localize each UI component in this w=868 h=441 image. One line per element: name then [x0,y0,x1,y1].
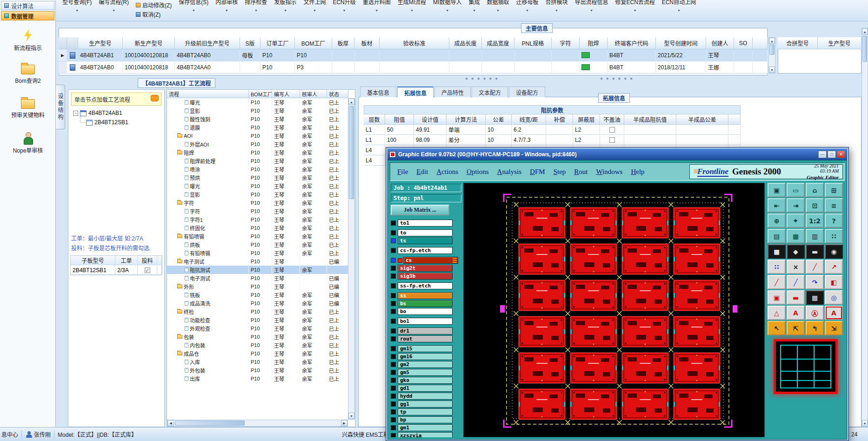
zoom-box-icon[interactable]: ⊡ [806,198,824,213]
flow-row[interactable]: 入库P10王琴余军已上 [167,358,348,366]
uncovered-checkbox[interactable] [609,137,615,143]
layer-checkbox[interactable] [391,417,396,422]
grid-column-header[interactable]: 成品宽度 [482,37,514,49]
layer-row-xzszvia[interactable]: xzszvia [391,432,461,437]
grid-column-header[interactable]: 板厚 [332,37,354,49]
flow-row[interactable]: 内包装P10王琴余军已上 [167,341,348,349]
toolbar-button[interactable]: 文件上网▼ [303,0,326,13]
layer-row-gd1[interactable]: gd1 [391,385,461,392]
impedance-column-header[interactable]: 设计值 [414,114,447,125]
layer-row-dr1[interactable]: dr1 [391,327,461,334]
flow-row[interactable]: 酸性蚀刻P10王琴余军已上 [167,115,348,123]
flow-row[interactable]: 成品仓P10王琴余军已上 [167,349,348,358]
layer-checkbox[interactable] [391,258,396,263]
graphic-editor-window[interactable]: Graphic Editor 9.07b2 (00@HY-HYCAM-PC189… [386,147,849,441]
scroll-down-icon[interactable]: ▼ [348,413,354,419]
flow-row[interactable]: 显影P10王琴余军已上 [167,190,348,199]
layer-checkbox[interactable] [391,401,396,407]
layer-row-gm16[interactable]: gm16 [391,353,461,360]
layer-checkbox[interactable] [391,319,396,324]
layer-checkbox[interactable] [391,274,396,279]
flow-row[interactable]: 阻抗测试P10王琴余军 [167,266,348,274]
tree-node-child[interactable]: 2B4BT12SB1 [68,118,164,127]
flow-row[interactable]: 铣板P10王琴余军已编 [167,291,348,299]
cursor-corner-icon[interactable]: ⇲ [825,321,843,335]
layer-row-bo[interactable]: bo [391,308,461,315]
tab-产品特性[interactable]: 产品特性 [434,87,471,97]
layer-checkbox[interactable] [391,220,396,226]
close-icon[interactable]: ✕ [837,151,845,158]
editor-canvas[interactable] [463,183,765,437]
toolbar-button[interactable]: 导出流程信息▼ [575,0,608,13]
layer-row-gg1[interactable]: gg1 [391,401,461,408]
triangle-alert-icon[interactable]: △ [768,306,786,320]
grid-column-header[interactable]: PNL规格 [514,37,552,49]
scroll-thumb[interactable] [862,36,867,62]
flow-column-header[interactable]: BOM工厂 [249,90,272,98]
text-a-box-icon[interactable]: A [825,306,843,320]
layer-checkbox[interactable] [391,386,396,391]
scroll-up-icon[interactable]: ▲ [862,28,868,35]
impedance-column-header[interactable]: 半成品公差 [676,114,728,125]
measure-bar-icon[interactable]: ▬ [806,244,824,259]
impedance-column-header[interactable]: 屏蔽层 [573,114,600,125]
uncovered-checkbox[interactable] [609,127,615,133]
cursor-icon[interactable]: ↖ [768,321,786,335]
scroll-thumb[interactable] [175,421,245,426]
impedance-column-header[interactable]: 计算方法 [447,114,486,125]
layer-row-gm5[interactable]: gm5 [391,369,461,376]
layer-checkbox[interactable] [391,266,396,271]
pan-left-icon[interactable]: ⇤ [768,198,786,213]
toolbar-button[interactable]: 取消(Z) [136,10,172,18]
slash-blue-icon[interactable]: ╱ [787,275,805,289]
grid-column-header[interactable]: 板材 [354,37,380,49]
flow-row[interactable]: 显影P10王琴余军已上 [167,107,348,115]
move-box-icon[interactable]: ▣ [768,290,786,305]
toolbar-button[interactable]: 排序检查▼ [245,0,267,13]
flow-horizontal-scrollbar[interactable]: ◀ ▶ [167,420,348,427]
delete-x-icon[interactable]: × [787,260,805,274]
feed-checkbox[interactable]: ✓ [145,267,150,273]
grid-column-header[interactable]: 终端客户代码 [608,37,656,49]
flow-row[interactable]: 出库P10王琴余军已上 [167,374,348,383]
flow-row[interactable]: 电子测试P10王琴已编 [167,274,348,282]
layer-checkbox[interactable] [391,425,396,430]
layer-row-sig3b[interactable]: sig3b [391,273,461,280]
layer-checkbox[interactable] [391,394,396,399]
pcb-panel-drawing[interactable] [464,183,768,441]
subtract-icon[interactable]: ▬ [787,290,805,305]
layer-checkbox[interactable] [391,328,396,334]
zoom-1-2-icon[interactable]: 1:2 [806,214,824,228]
grid-column-header[interactable]: 成品长度 [449,37,482,49]
tile-windows-icon[interactable]: ⊞ [825,183,843,197]
columns-left-icon[interactable]: ▥ [806,229,824,243]
impedance-row[interactable]: L15049.91单端106.2L2 [364,125,741,135]
zoom-center-icon[interactable]: ⌖ [787,214,805,228]
arrow-dot-icon[interactable]: ↗ [825,260,843,274]
layer-checkbox[interactable] [391,293,396,298]
collapse-icon[interactable]: − [73,111,78,116]
menu-rout[interactable]: Rout [570,167,592,177]
grid-column-header[interactable]: 生产型号 [78,37,123,49]
scroll-left-icon[interactable]: ◀ [167,420,174,426]
toolbar-button[interactable]: 启动修改(Z) [136,1,172,9]
layer-checkbox[interactable] [391,346,396,351]
layer-row-cs[interactable]: cs [391,257,461,264]
toolbar-button[interactable]: 编写流程(R)▼ [99,0,129,13]
flow-row[interactable]: 终固化P10王琴余军已上 [167,224,348,232]
layer-row-cs-fp.etch[interactable]: cs-fp.etch [391,247,461,254]
tab-拓展信息[interactable]: 拓展信息 [397,87,434,97]
flow-row[interactable]: 外层AOIP10王琴余军已上 [167,140,348,148]
line-dot-icon[interactable]: ╱ [806,260,824,274]
impedance-row[interactable]: L110098.09差分104.7/7.3L2 [364,135,741,145]
sidebar-item[interactable]: Nope单审核 [0,132,56,154]
text-a-icon[interactable]: A [787,306,805,320]
flow-column-header[interactable]: 状态 [327,90,348,98]
toolbar-button[interactable]: 修复ECN去流程▼ [615,0,655,13]
layer-checkbox[interactable] [391,370,396,375]
main-grid-scrollbar[interactable]: ▲ ▼ [768,37,775,74]
grid-column-header[interactable]: S版 [240,37,260,49]
toolbar-button[interactable]: 集成▼ [468,0,480,13]
layer-row-bo1[interactable]: bo1 [391,318,461,325]
overlap-circles-icon[interactable]: ◎ [825,290,843,305]
